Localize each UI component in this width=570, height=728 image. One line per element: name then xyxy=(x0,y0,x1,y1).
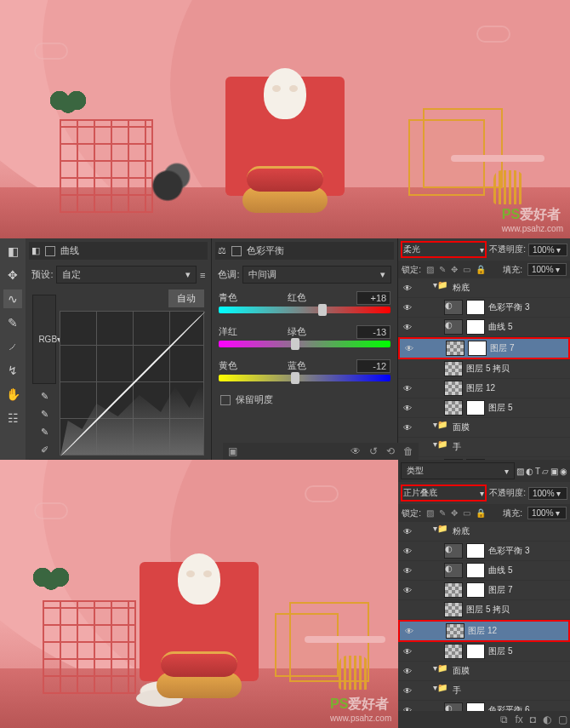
menu-icon[interactable]: ≡ xyxy=(200,270,205,280)
layer-name: 曲线 5 xyxy=(488,321,567,333)
layer-row[interactable]: 图层 5 拷贝 xyxy=(398,359,570,379)
layer-row[interactable]: 👁 ◐ 曲线 5 xyxy=(398,561,570,581)
visibility-toggle[interactable]: 👁 xyxy=(402,284,413,293)
fx-icon[interactable]: fx xyxy=(515,714,522,725)
visibility-toggle[interactable]: 👁 xyxy=(402,303,413,312)
opacity-input[interactable]: 100%▾ xyxy=(528,244,567,256)
visibility-toggle[interactable]: 👁 xyxy=(402,323,413,332)
filter-type-icon[interactable]: T xyxy=(535,467,540,476)
lock-paint-icon[interactable]: ✎ xyxy=(439,265,446,274)
lock-pos-icon[interactable]: ✥ xyxy=(451,265,458,274)
edit-points-icon[interactable]: ✐ xyxy=(41,444,48,456)
balance-mask-toggle[interactable] xyxy=(231,246,242,256)
blend-mode-select[interactable]: 正片叠底▾ xyxy=(401,484,487,502)
lock-pos-icon[interactable]: ✥ xyxy=(451,508,458,518)
mask-icon[interactable]: ◘ xyxy=(530,714,536,725)
eye-icon[interactable]: 👁 xyxy=(351,445,361,457)
layer-row[interactable]: 👁 图层 7 xyxy=(398,337,570,359)
visibility-toggle[interactable]: 👁 xyxy=(403,627,415,636)
visibility-toggle[interactable]: 👁 xyxy=(402,423,413,433)
trash-icon[interactable]: 🗑 xyxy=(403,445,413,457)
visibility-toggle[interactable]: 👁 xyxy=(402,547,413,556)
prev-icon[interactable]: ⟲ xyxy=(386,445,395,457)
filter-pixel-icon[interactable]: ▨ xyxy=(516,467,524,476)
layer-row[interactable]: 👁 ▾📁 粉底 xyxy=(398,278,570,298)
visibility-toggle[interactable]: 👁 xyxy=(402,527,413,536)
slider-right-label: 红色 xyxy=(288,291,306,305)
visibility-toggle[interactable]: 👁 xyxy=(403,344,415,353)
filter-toggle[interactable]: ◉ xyxy=(560,467,567,476)
eyedropper-black-icon[interactable]: ✎ xyxy=(41,391,48,402)
layer-row[interactable]: 👁 图层 7 xyxy=(398,581,570,600)
channel-select[interactable]: RGB▾ xyxy=(32,295,56,384)
layer-name: 图层 5 拷贝 xyxy=(466,363,567,375)
filter-adjust-icon[interactable]: ◐ xyxy=(526,467,533,476)
balance-slider[interactable] xyxy=(219,341,390,347)
visibility-toggle[interactable]: 👁 xyxy=(402,384,413,393)
layer-name: 图层 7 xyxy=(490,342,565,354)
filter-shape-icon[interactable]: ▱ xyxy=(542,467,549,476)
opacity-input[interactable]: 100%▾ xyxy=(528,487,567,500)
balance-slider[interactable] xyxy=(219,307,390,313)
visibility-toggle[interactable]: 👁 xyxy=(402,647,413,656)
slider-value-input[interactable]: +18 xyxy=(356,291,390,305)
layer-row[interactable]: 👁 ▾📁 手 xyxy=(398,681,570,701)
adjustment-icon[interactable]: ◐ xyxy=(543,714,551,725)
curves-graph[interactable] xyxy=(60,311,204,456)
tool-hand[interactable]: ✋ xyxy=(3,385,22,404)
filter-type-select[interactable]: 类型▾ xyxy=(401,462,515,479)
preserve-luminosity-checkbox[interactable] xyxy=(220,395,231,405)
layer-name: 粉底 xyxy=(453,282,567,294)
eyedropper-white-icon[interactable]: ✎ xyxy=(41,427,48,438)
tone-select[interactable]: 中间调▾ xyxy=(242,266,391,284)
tool-levels[interactable]: ◧ xyxy=(3,242,22,261)
layer-row[interactable]: 图层 5 拷贝 xyxy=(398,600,570,620)
reset-icon[interactable]: ↺ xyxy=(369,445,378,457)
tool-smooth[interactable]: ⟋ xyxy=(3,337,22,356)
layer-row[interactable]: 👁 ◐ 曲线 5 xyxy=(398,318,570,337)
visibility-toggle[interactable]: 👁 xyxy=(402,667,413,676)
lock-all-icon[interactable]: 🔒 xyxy=(476,265,486,274)
lock-trans-icon[interactable]: ▨ xyxy=(426,265,434,274)
preset-select[interactable]: 自定▾ xyxy=(56,266,197,284)
layer-row[interactable]: 👁 图层 5 xyxy=(398,398,570,418)
layer-row[interactable]: 👁 图层 12 xyxy=(398,620,570,642)
lock-all-icon[interactable]: 🔒 xyxy=(476,508,486,518)
layer-name: 图层 7 xyxy=(488,584,567,596)
layer-row[interactable]: 👁 ▾📁 粉底 xyxy=(398,522,570,542)
layer-row[interactable]: 👁 ▾📁 面膜 xyxy=(398,418,570,438)
slider-value-input[interactable]: -12 xyxy=(356,359,390,373)
lock-artboard-icon[interactable]: ▭ xyxy=(463,265,470,274)
lock-trans-icon[interactable]: ▨ xyxy=(426,508,434,518)
layer-row[interactable]: 👁 ◐ 色彩平衡 3 xyxy=(398,542,570,561)
layer-row[interactable]: 👁 ◐ 色彩平衡 6 xyxy=(398,701,570,711)
layer-row[interactable]: 👁 图层 5 xyxy=(398,642,570,662)
lock-paint-icon[interactable]: ✎ xyxy=(439,508,446,518)
lock-artboard-icon[interactable]: ▭ xyxy=(463,508,470,518)
visibility-toggle[interactable]: 👁 xyxy=(402,586,413,595)
link-icon[interactable]: ⧉ xyxy=(500,714,508,725)
filter-smart-icon[interactable]: ▣ xyxy=(550,467,558,476)
visibility-toggle[interactable]: 👁 xyxy=(402,566,413,576)
tool-curves-icon[interactable]: ∿ xyxy=(3,289,22,308)
balance-slider[interactable] xyxy=(219,375,390,381)
fill-input[interactable]: 100%▾ xyxy=(527,507,567,519)
clip-icon[interactable]: ▣ xyxy=(228,445,237,457)
slider-value-input[interactable]: -13 xyxy=(356,325,390,339)
eyedropper-gray-icon[interactable]: ✎ xyxy=(41,409,48,420)
auto-button[interactable]: 自动 xyxy=(168,289,204,307)
visibility-toggle[interactable]: 👁 xyxy=(402,404,413,413)
layer-row[interactable]: 👁 ▾📁 手 xyxy=(398,438,570,457)
layer-row[interactable]: 👁 ▾📁 面膜 xyxy=(398,662,570,681)
group-icon[interactable]: ▢ xyxy=(558,714,567,725)
tool-brush[interactable]: ✥ xyxy=(3,266,22,284)
tool-zoom[interactable]: ☷ xyxy=(3,409,22,427)
mask-toggle[interactable] xyxy=(45,246,55,256)
blend-mode-select[interactable]: 柔光▾ xyxy=(401,241,487,258)
tool-pencil[interactable]: ✎ xyxy=(3,313,22,332)
layer-row[interactable]: 👁 图层 12 xyxy=(398,379,570,398)
visibility-toggle[interactable]: 👁 xyxy=(402,686,413,696)
layer-row[interactable]: 👁 ◐ 色彩平衡 3 xyxy=(398,298,570,318)
tool-edit[interactable]: ↯ xyxy=(3,361,22,380)
fill-input[interactable]: 100%▾ xyxy=(527,263,567,276)
